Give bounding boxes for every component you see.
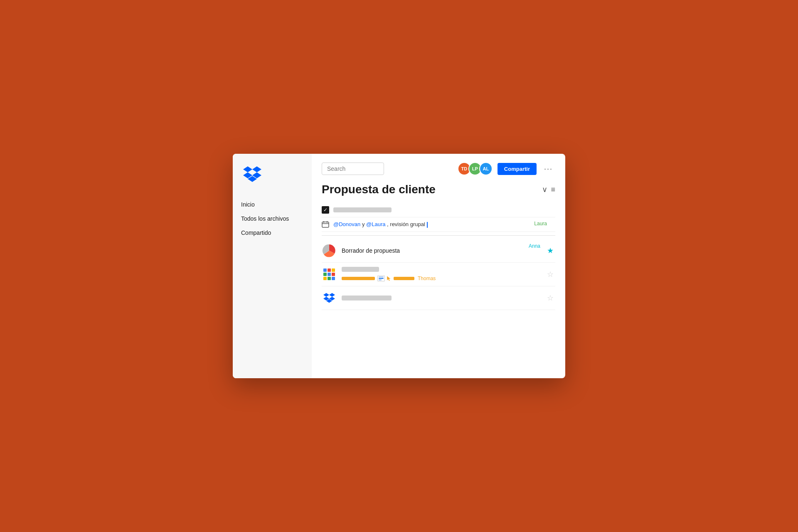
avatar-al: AL (479, 162, 493, 175)
mention-text: @Donovan y @Laura , revisión grupal (333, 221, 428, 228)
grid-cell (323, 268, 327, 272)
task-row: ✓ (322, 203, 555, 217)
page-title: Propuesta de cliente (322, 183, 436, 196)
task-text (333, 207, 392, 212)
file-icon-dropbox (322, 291, 337, 305)
grid-cell (332, 268, 335, 272)
grid-cell (328, 273, 331, 276)
title-controls: ∨ ≡ (542, 185, 555, 194)
star-button-borrador[interactable]: ★ (545, 244, 555, 257)
more-options-button[interactable]: ··· (542, 163, 555, 175)
star-button-spreadsheet[interactable]: ☆ (545, 268, 555, 281)
header-bar: TD LP AL Compartir ··· (322, 162, 555, 175)
text-cursor (427, 222, 428, 228)
grid-icon (323, 268, 335, 280)
dropbox-logo-icon (243, 166, 261, 182)
user-label-anna: Anna (529, 243, 540, 249)
checkmark-icon: ✓ (323, 207, 328, 213)
pie-chart-icon (322, 243, 337, 258)
sidebar: Inicio Todos los archivos Compartido (233, 154, 312, 378)
file-name-borrador[interactable]: Borrador de propuesta (342, 247, 540, 254)
file-row-dropbox: ☆ (322, 286, 555, 310)
sidebar-item-inicio[interactable]: Inicio (241, 200, 303, 209)
user-label-thomas: Thomas (418, 276, 436, 281)
calendar-icon (322, 221, 329, 228)
file-name-placeholder (342, 267, 379, 272)
file-row-borrador: Borrador de propuesta Anna ★ (322, 239, 555, 263)
preview-line-1 (342, 277, 375, 280)
file-name-area-dropbox (342, 296, 540, 300)
main-content: TD LP AL Compartir ··· Propuesta de clie… (312, 154, 565, 378)
menu-icon[interactable]: ≡ (551, 185, 555, 194)
file-name-placeholder-2 (342, 296, 392, 300)
sidebar-item-todos[interactable]: Todos los archivos (241, 214, 303, 223)
file-name-area-borrador: Borrador de propuesta (342, 247, 540, 254)
star-button-dropbox[interactable]: ☆ (545, 292, 555, 304)
sidebar-navigation: Inicio Todos los archivos Compartido (241, 200, 303, 237)
grid-cell (328, 268, 331, 272)
svg-rect-0 (322, 222, 329, 227)
file-name-area-spreadsheet: Thomas (342, 267, 540, 282)
grid-cell (323, 273, 327, 276)
search-input[interactable] (322, 163, 384, 175)
avatar-group: TD LP AL (458, 162, 493, 175)
dropbox-file-icon (323, 292, 335, 304)
file-icon-pie (322, 243, 337, 258)
app-window: Inicio Todos los archivos Compartido TD … (233, 154, 565, 378)
title-row: Propuesta de cliente ∨ ≡ (322, 183, 555, 196)
grid-cell (332, 273, 335, 276)
preview-line-2 (394, 277, 414, 280)
share-button[interactable]: Compartir (498, 163, 537, 175)
cursor-arrow-icon (386, 275, 391, 282)
file-row-spreadsheet: Thomas ☆ (322, 263, 555, 286)
mention-laura[interactable]: @Laura (366, 221, 385, 227)
mention-donovan[interactable]: @Donovan (333, 221, 360, 227)
sidebar-logo (241, 166, 303, 184)
file-icon-grid (322, 267, 337, 282)
sidebar-item-compartido[interactable]: Compartido (241, 229, 303, 237)
chevron-down-icon[interactable]: ∨ (542, 185, 547, 194)
calendar-row: @Donovan y @Laura , revisión grupal Laur… (322, 217, 555, 232)
grid-cell (332, 277, 335, 280)
user-label-laura: Laura (534, 221, 547, 227)
task-checkbox[interactable]: ✓ (322, 206, 329, 214)
grid-cell (323, 277, 327, 280)
section-divider (322, 235, 555, 236)
grid-cell (328, 277, 331, 280)
content-area: ✓ @Donovan y @Laura , revisión grupal (322, 203, 555, 378)
file-preview-spreadsheet: Thomas (342, 275, 540, 282)
